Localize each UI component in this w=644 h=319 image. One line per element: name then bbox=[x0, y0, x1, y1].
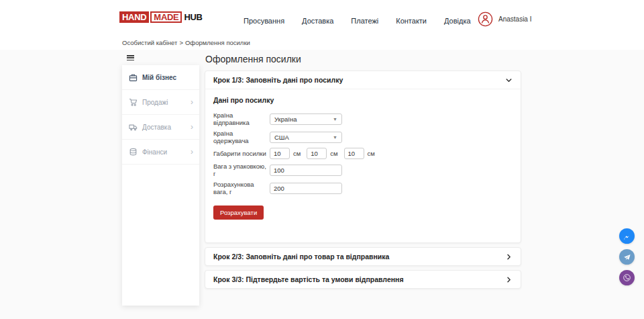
logo[interactable]: HAND MADE HUB bbox=[119, 11, 203, 23]
step-2-header[interactable]: Крок 2/3: Заповніть дані про товар та ві… bbox=[205, 248, 521, 265]
estimated-weight-label: Розрахункова вага, г bbox=[213, 181, 270, 195]
breadcrumb-home[interactable]: Особистий кабінет bbox=[122, 39, 177, 46]
chevron-right-icon bbox=[505, 276, 513, 283]
sidebar-item-label: Фінанси bbox=[142, 148, 167, 156]
dimension-unit-label: см bbox=[330, 150, 337, 157]
step-1-card: Крок 1/3: Заповніть дані про посилку Дан… bbox=[205, 71, 521, 243]
step-1-title: Крок 1/3: Заповніть дані про посилку bbox=[213, 76, 343, 84]
page-title: Оформлення посилки bbox=[205, 54, 521, 64]
sidebar-item-label: Доставка bbox=[142, 124, 171, 131]
sidebar-item-label: Мій бізнес bbox=[142, 74, 176, 81]
calculate-button[interactable]: Розрахувати bbox=[213, 206, 264, 220]
step-3-header[interactable]: Крок 3/3: Підтвердьте вартість та умови … bbox=[205, 271, 521, 288]
messenger-icon[interactable] bbox=[619, 228, 635, 244]
estimated-weight-row: Розрахункова вага, г bbox=[213, 181, 513, 195]
sender-country-value: Україна bbox=[274, 116, 297, 123]
sidebar: Мій бізнес Продажі › bbox=[122, 65, 199, 306]
step-3-card: Крок 3/3: Підтвердьте вартість та умови … bbox=[205, 270, 521, 289]
step-1-body: Дані про посилку Країна відправника Укра… bbox=[205, 89, 521, 242]
dimension-width-input[interactable] bbox=[307, 148, 327, 159]
recipient-country-row: Країна одержувача США ▼ bbox=[213, 130, 513, 144]
estimated-weight-input[interactable] bbox=[270, 183, 342, 194]
social-stack bbox=[619, 228, 635, 285]
weight-with-package-row: Вага з упаковкою, г bbox=[213, 163, 513, 177]
sidebar-item-sales[interactable]: Продажі › bbox=[122, 90, 199, 115]
breadcrumb: Особистий кабінет>Оформлення посилки bbox=[122, 39, 250, 46]
logo-hand: HAND bbox=[119, 11, 149, 23]
recipient-country-value: США bbox=[274, 134, 289, 141]
dimensions-row: Габарити посилки см см см bbox=[213, 148, 513, 159]
nav-item-delivery[interactable]: Доставка bbox=[302, 17, 333, 25]
sidebar-item-delivery[interactable]: Доставка › bbox=[122, 115, 199, 140]
user-name: Anastasia I bbox=[498, 15, 531, 23]
weight-with-package-label: Вага з упаковкою, г bbox=[213, 163, 270, 177]
nav-item-contacts[interactable]: Контакти bbox=[396, 17, 427, 25]
page: HAND MADE HUB Просування Доставка Платеж… bbox=[0, 0, 644, 319]
breadcrumb-separator: > bbox=[179, 39, 183, 46]
avatar-icon bbox=[478, 11, 493, 27]
viber-icon[interactable] bbox=[619, 270, 635, 285]
sidebar-item-finances[interactable]: Фінанси › bbox=[122, 140, 199, 165]
sender-country-select[interactable]: Україна ▼ bbox=[270, 113, 342, 125]
step-2-card: Крок 2/3: Заповніть дані про товар та ві… bbox=[205, 247, 521, 266]
chevron-right-icon: › bbox=[191, 123, 193, 131]
nav-item-promotion[interactable]: Просування bbox=[244, 17, 284, 25]
dimensions-label: Габарити посилки bbox=[213, 150, 270, 157]
select-arrow-icon: ▼ bbox=[333, 135, 337, 140]
truck-icon bbox=[129, 123, 138, 132]
dimension-unit-label: см bbox=[368, 150, 375, 157]
finance-icon bbox=[129, 148, 138, 156]
main-content: Оформлення посилки Крок 1/3: Заповніть д… bbox=[205, 54, 521, 293]
dimension-length-input[interactable] bbox=[270, 148, 290, 159]
chevron-right-icon bbox=[505, 253, 513, 261]
sidebar-item-label: Продажі bbox=[142, 99, 168, 106]
sender-country-row: Країна відправника Україна ▼ bbox=[213, 111, 513, 126]
logo-made: MADE bbox=[150, 11, 182, 23]
telegram-icon[interactable] bbox=[619, 249, 635, 265]
dimension-height-input[interactable] bbox=[344, 148, 364, 159]
chevron-down-icon bbox=[505, 77, 513, 84]
step-3-title: Крок 3/3: Підтвердьте вартість та умови … bbox=[213, 275, 404, 283]
recipient-country-select[interactable]: США ▼ bbox=[270, 132, 342, 143]
header: HAND MADE HUB Просування Доставка Платеж… bbox=[0, 0, 644, 50]
logo-hub: HUB bbox=[184, 12, 202, 22]
step-2-title: Крок 2/3: Заповніть дані про товар та ві… bbox=[213, 253, 389, 261]
dimension-unit-label: см bbox=[293, 150, 301, 157]
user-menu[interactable]: Anastasia I bbox=[478, 11, 531, 27]
main-nav: Просування Доставка Платежі Контакти Дов… bbox=[244, 17, 471, 25]
sidebar-item-my-business[interactable]: Мій бізнес bbox=[122, 65, 199, 90]
weight-with-package-input[interactable] bbox=[270, 165, 342, 176]
recipient-country-label: Країна одержувача bbox=[213, 130, 270, 144]
form-section-title: Дані про посилку bbox=[213, 96, 513, 104]
chevron-right-icon: › bbox=[191, 98, 193, 106]
nav-item-payments[interactable]: Платежі bbox=[351, 17, 378, 25]
cart-icon bbox=[129, 98, 138, 107]
hamburger-menu-icon[interactable] bbox=[127, 55, 134, 60]
briefcase-icon bbox=[129, 73, 138, 82]
chevron-right-icon: › bbox=[191, 148, 193, 156]
breadcrumb-current: Оформлення посилки bbox=[185, 39, 250, 46]
sender-country-label: Країна відправника bbox=[213, 111, 270, 126]
select-arrow-icon: ▼ bbox=[333, 117, 337, 122]
nav-item-help[interactable]: Довідка bbox=[444, 17, 471, 25]
step-1-header[interactable]: Крок 1/3: Заповніть дані про посилку bbox=[205, 71, 521, 89]
